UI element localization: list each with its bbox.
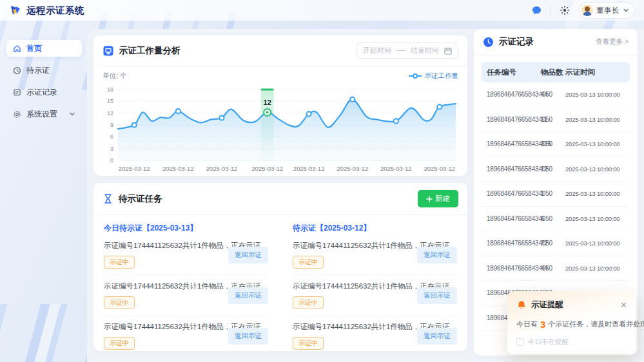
table-row[interactable]: 1896846476658434050 44 2025-03-13 10:00:… [482, 256, 630, 281]
table-row[interactable]: 1896846476658434050 315 2025-03-13 10:00… [482, 132, 630, 157]
evidence-reminder-toast: 示证提醒 ✕ 今日有 3 个示证任务，请及时查看并处理! 今日不在提醒 [507, 291, 636, 354]
chart-legend[interactable]: 示证工作量 [409, 71, 459, 81]
plus-icon [426, 196, 433, 202]
column-header-task-id: 任务编号 [487, 68, 541, 77]
chevron-down-icon [69, 111, 75, 117]
svg-text:2025-03-12: 2025-03-12 [293, 165, 325, 172]
svg-text:2025-03-12: 2025-03-12 [380, 165, 412, 172]
view-more-link[interactable]: 查看更多 > [596, 37, 629, 46]
clock-badge-icon [483, 37, 494, 48]
sidebar-item-label: 待示证 [26, 65, 50, 76]
hourglass-icon [102, 193, 113, 204]
task-status-badge: 示证中 [293, 296, 324, 309]
top-bar-actions: 董事长 [531, 2, 636, 19]
return-evidence-button[interactable]: 返回示证 [228, 247, 268, 263]
svg-text:6: 6 [110, 133, 113, 140]
chart-card-title: 示证工作量分析 [119, 45, 181, 57]
records-card-title: 示证记录 [499, 36, 534, 48]
svg-text:12: 12 [107, 110, 113, 117]
sidebar-item-label: 示证记录 [26, 87, 57, 98]
monitor-icon [102, 45, 114, 57]
record-time: 2025-03-13 10:00:00 [565, 265, 625, 272]
svg-text:2025-03-12: 2025-03-12 [119, 165, 150, 172]
main-left-column: 示证工作量分析 开始时间 结束时间 单位: 个 [93, 35, 467, 351]
sidebar-item-label: 系统设置 [26, 109, 57, 120]
svg-text:2025-03-12: 2025-03-12 [251, 165, 283, 172]
checkbox-icon[interactable] [516, 338, 524, 346]
return-evidence-button[interactable]: 返回示证 [417, 247, 457, 263]
record-task-id: 1896846476658434050 [487, 215, 541, 222]
sidebar-item-label: 首页 [26, 43, 42, 54]
chart-card-header: 示证工作量分析 开始时间 结束时间 [93, 35, 467, 66]
record-time: 2025-03-13 10:00:00 [565, 140, 625, 148]
svg-text:0: 0 [110, 157, 113, 164]
record-item-count: 315 [541, 140, 565, 148]
record-time: 2025-03-13 10:00:00 [565, 116, 625, 123]
date-range-picker[interactable]: 开始时间 结束时间 [356, 43, 458, 59]
svg-text:2025-03-12: 2025-03-12 [162, 165, 194, 172]
user-menu[interactable]: 董事长 [578, 2, 636, 19]
new-task-button[interactable]: 新建 [418, 190, 458, 207]
record-task-id: 1896846476658434050 [487, 91, 541, 98]
workload-line-chart[interactable]: 0369121518122025-03-122025-03-122025-03-… [102, 81, 458, 181]
home-icon [13, 44, 21, 53]
close-icon[interactable]: ✕ [620, 301, 627, 309]
task-item: 示证编号174441125632共计1件物品，正在示证。 示证中 返回示证 [293, 276, 457, 316]
task-item: 示证编号174441125632共计1件物品，正在示证。 示证中 返回示证 [104, 276, 268, 316]
mute-today-option[interactable]: 今日不在提醒 [516, 338, 627, 347]
table-row[interactable]: 1896846476658434050 12 2025-03-13 10:00:… [482, 157, 630, 182]
return-evidence-button[interactable]: 返回示证 [417, 328, 457, 345]
record-item-count: 12 [541, 166, 565, 173]
bell-icon [516, 300, 527, 310]
table-row[interactable]: 1896846476658434050 11 2025-03-13 10:00:… [482, 108, 630, 133]
start-time-placeholder: 开始时间 [363, 46, 391, 55]
record-icon [13, 88, 21, 97]
tasks-card-title: 待示证任务 [119, 193, 162, 205]
gear-icon [13, 110, 21, 119]
column-header-time: 示证时间 [565, 68, 625, 77]
settings-gear-icon[interactable] [559, 5, 571, 16]
return-evidence-button[interactable]: 返回示证 [228, 287, 268, 304]
table-row[interactable]: 1896846476658434050 22 2025-03-13 10:00:… [482, 231, 630, 256]
column-header-item-count: 物品数 [541, 68, 565, 77]
chart-unit-label: 单位: 个 [102, 71, 126, 81]
svg-text:2025-03-12: 2025-03-12 [337, 165, 368, 172]
toast-message-prefix: 今日有 [516, 319, 538, 329]
workload-analysis-card: 示证工作量分析 开始时间 结束时间 单位: 个 [93, 35, 467, 176]
svg-text:18: 18 [107, 86, 113, 93]
record-task-id: 1896846476658434050 [487, 140, 541, 148]
message-icon[interactable] [531, 5, 543, 16]
legend-line-marker-icon [409, 73, 422, 79]
table-row[interactable]: 1896846476658434050 1 2025-03-13 10:00:0… [482, 182, 630, 207]
record-item-count: 1 [541, 190, 565, 197]
task-status-badge: 示证中 [104, 256, 135, 269]
record-time: 2025-03-13 10:00:00 [565, 215, 625, 222]
record-time: 2025-03-13 10:00:00 [565, 91, 625, 98]
sidebar-item-records[interactable]: 示证记录 [6, 84, 82, 100]
table-row[interactable]: 1896846476658434050 44 2025-03-13 10:00:… [482, 82, 630, 108]
return-evidence-button[interactable]: 返回示证 [417, 287, 457, 304]
record-task-id: 1896846476658434050 [487, 190, 541, 197]
task-status-badge: 示证中 [104, 337, 135, 350]
chart-meta-row: 单位: 个 示证工作量 [102, 71, 458, 81]
task-column-pending: 待示证【2025-03-12】 示证编号174441125632共计1件物品，正… [293, 218, 457, 351]
svg-text:9: 9 [110, 122, 113, 128]
record-item-count: 44 [541, 265, 565, 272]
user-name: 董事长 [597, 6, 620, 15]
record-item-count: 44 [541, 91, 565, 98]
calendar-icon [444, 47, 452, 55]
app-title: 远程示证系统 [26, 5, 84, 17]
sidebar-item-home[interactable]: 首页 [6, 40, 82, 57]
sidebar-item-settings[interactable]: 系统设置 [6, 106, 82, 122]
sidebar-item-pending[interactable]: 待示证 [6, 62, 82, 79]
toast-message: 今日有 3 个示证任务，请及时查看并处理! [516, 319, 627, 330]
table-row[interactable]: 1896846476658434050 6 2025-03-13 10:00:0… [482, 207, 630, 232]
record-item-count: 11 [541, 116, 565, 123]
svg-text:12: 12 [264, 99, 271, 106]
top-bar-divider [551, 6, 551, 15]
return-evidence-button[interactable]: 返回示证 [228, 328, 268, 345]
task-status-badge: 示证中 [104, 296, 135, 309]
task-column-header: 待示证【2025-03-12】 [293, 223, 457, 234]
task-item: 示证编号174441125632共计1件物品，正在示证。 示证中 返回示证 [293, 316, 457, 351]
new-task-button-label: 新建 [435, 194, 450, 204]
